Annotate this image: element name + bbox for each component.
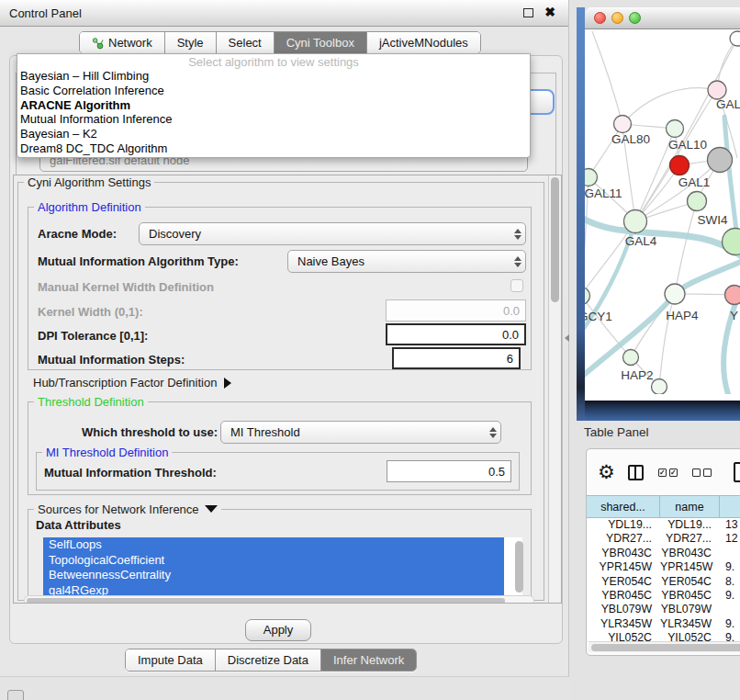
column-header-cut[interactable] bbox=[720, 495, 740, 518]
gear-icon[interactable]: ⚙ bbox=[598, 463, 615, 481]
node-gray[interactable] bbox=[708, 148, 733, 173]
node-gal10[interactable] bbox=[667, 120, 684, 138]
kernel-width-input[interactable] bbox=[386, 299, 526, 322]
mi-steps-input[interactable] bbox=[392, 347, 521, 369]
list-item[interactable]: SelfLoops bbox=[43, 537, 504, 553]
table-row[interactable]: YBR043C YBR043C bbox=[587, 547, 740, 560]
popup-item-dream8[interactable]: Dream8 DC_TDC Algorithm bbox=[17, 141, 530, 156]
tab-infer-network[interactable]: Infer Network bbox=[321, 649, 416, 671]
tab-impute-data[interactable]: Impute Data bbox=[126, 649, 216, 671]
tab-jactivemnodules[interactable]: jActiveMNodules bbox=[367, 32, 480, 53]
window-frame bbox=[577, 7, 585, 421]
zoom-traffic-light-icon[interactable] bbox=[629, 12, 641, 24]
cell: YDL19... bbox=[660, 518, 720, 532]
node-gal-cut[interactable] bbox=[708, 81, 726, 99]
settings-scrollpane: Cyni Algorithm Settings Algorithm Defini… bbox=[13, 175, 562, 604]
table-row[interactable]: YLR345W YLR345W 9. bbox=[587, 617, 740, 631]
column-header-shared-name[interactable]: shared... bbox=[587, 495, 660, 518]
table-row[interactable]: YDL19... YDL19... 13 bbox=[587, 518, 740, 532]
sources-toggle[interactable]: Sources for Network Inference bbox=[34, 502, 221, 516]
tab-select[interactable]: Select bbox=[217, 32, 275, 53]
node-selected-red[interactable] bbox=[670, 156, 690, 175]
cell: YDL19... bbox=[587, 518, 660, 532]
table-row[interactable]: YBR045C YBR045C 9. bbox=[587, 589, 740, 603]
list-vertical-scrollbar[interactable] bbox=[515, 541, 523, 593]
table-row[interactable]: YER054C YER054C 8. bbox=[587, 575, 740, 589]
group-title: Algorithm Definition bbox=[34, 200, 145, 214]
cell: YBL079W bbox=[587, 603, 660, 616]
dpi-tolerance-input[interactable] bbox=[386, 323, 526, 345]
table-horizontal-scrollbar[interactable] bbox=[589, 641, 740, 652]
node-table: shared... name YDL19... YDL19... 13 YDR2… bbox=[587, 495, 740, 646]
cell: YDR27... bbox=[660, 532, 720, 546]
tab-discretize-data[interactable]: Discretize Data bbox=[216, 649, 321, 671]
tab-label: jActiveMNodules bbox=[379, 36, 468, 50]
node-label: GAL80 bbox=[611, 132, 650, 146]
aracne-mode-combobox[interactable]: Discovery bbox=[139, 222, 526, 245]
algorithm-dropdown-popup: Select algorithm to view settings Bayesi… bbox=[17, 53, 531, 158]
node-unlabeled[interactable] bbox=[652, 379, 667, 395]
apply-button[interactable]: Apply bbox=[245, 619, 311, 641]
close-traffic-light-icon[interactable] bbox=[594, 12, 606, 24]
scrollbar-thumb[interactable] bbox=[591, 644, 740, 651]
network-canvas[interactable]: GAL GAL80 GAL10 GAL1 GAL11 SWI4 GAL4 GCY… bbox=[585, 29, 740, 401]
popup-item-bayesian-hill-climbing[interactable]: Bayesian – Hill Climbing bbox=[17, 69, 530, 84]
settings-vertical-scrollbar[interactable] bbox=[548, 175, 561, 603]
tab-cyni-toolbox[interactable]: Cyni Toolbox bbox=[275, 32, 367, 53]
cell: YBL079W bbox=[660, 603, 720, 616]
manual-kernel-checkbox[interactable] bbox=[510, 279, 523, 292]
column-header-name[interactable]: name bbox=[660, 495, 720, 518]
node-gal4[interactable] bbox=[624, 210, 647, 233]
node-gcy1[interactable] bbox=[585, 288, 590, 305]
node-hap4[interactable] bbox=[665, 284, 685, 304]
network-window-titlebar[interactable] bbox=[585, 7, 740, 29]
tab-network[interactable]: Network bbox=[80, 32, 165, 53]
combo-value: MI Threshold bbox=[221, 425, 486, 439]
float-window-icon[interactable] bbox=[523, 8, 533, 17]
list-item[interactable]: TopologicalCoefficient bbox=[43, 553, 504, 569]
scrollbar-thumb[interactable] bbox=[551, 177, 559, 302]
window-frame-bottom bbox=[585, 401, 740, 421]
minimized-panel-icon[interactable] bbox=[7, 690, 24, 700]
splitter-arrow-icon[interactable] bbox=[565, 334, 569, 342]
node-gal1[interactable] bbox=[688, 192, 707, 211]
table-row[interactable]: YBL079W YBL079W bbox=[587, 603, 740, 616]
which-threshold-combobox[interactable]: MI Threshold bbox=[220, 421, 501, 444]
node-gal80[interactable] bbox=[614, 116, 632, 133]
close-icon[interactable]: ✖ bbox=[544, 5, 555, 19]
cell: YBR043C bbox=[587, 547, 660, 560]
mi-threshold-definition-group: MI Threshold Definition Mutual Informati… bbox=[36, 452, 520, 491]
popup-item-bayesian-k2[interactable]: Bayesian – K2 bbox=[17, 127, 530, 141]
cell: YLR345W bbox=[587, 617, 660, 631]
mi-threshold-input[interactable] bbox=[387, 460, 511, 482]
table-row[interactable]: YPR145W YPR145W 9. bbox=[587, 560, 740, 574]
list-horizontal-scrollbar[interactable] bbox=[24, 595, 534, 604]
tab-label: Network bbox=[108, 36, 152, 50]
tab-style[interactable]: Style bbox=[165, 32, 217, 53]
node-gal11[interactable] bbox=[585, 169, 598, 186]
split-columns-icon[interactable] bbox=[628, 465, 644, 480]
node-label: GAL bbox=[716, 97, 740, 111]
node-unlabeled[interactable] bbox=[730, 31, 740, 46]
node-hap2[interactable] bbox=[623, 350, 639, 366]
mi-type-combobox[interactable]: Naive Bayes bbox=[287, 250, 526, 273]
table-panel-title: Table Panel bbox=[584, 425, 649, 439]
new-table-icon[interactable] bbox=[734, 462, 740, 482]
popup-item-mutual-information[interactable]: Mutual Information Inference bbox=[17, 112, 530, 127]
select-all-columns-icon[interactable]: ✓✓ bbox=[658, 469, 678, 477]
cyni-bottom-tabbar: Impute Data Discretize Data Infer Networ… bbox=[125, 649, 417, 672]
tab-label: Style bbox=[177, 36, 204, 50]
minimize-traffic-light-icon[interactable] bbox=[611, 12, 623, 24]
popup-item-aracne[interactable]: ARACNE Algorithm bbox=[17, 98, 530, 113]
mi-threshold-label: Mutual Information Threshold: bbox=[44, 466, 217, 480]
table-row[interactable]: YDR27... YDR27... 12 bbox=[587, 532, 740, 546]
node-swi4[interactable] bbox=[723, 229, 740, 255]
list-item[interactable]: BetweennessCentrality bbox=[43, 568, 504, 583]
cell: YPR145W bbox=[660, 560, 720, 574]
hub-definition-toggle[interactable]: Hub/Transcription Factor Definition bbox=[33, 376, 231, 390]
popup-item-basic-correlation[interactable]: Basic Correlation Inference bbox=[17, 84, 530, 98]
node-y-cut[interactable] bbox=[725, 286, 740, 305]
data-attributes-list: SelfLoops TopologicalCoefficient Between… bbox=[43, 537, 522, 599]
node-label: GAL4 bbox=[625, 234, 657, 248]
deselect-all-columns-icon[interactable] bbox=[692, 469, 712, 477]
